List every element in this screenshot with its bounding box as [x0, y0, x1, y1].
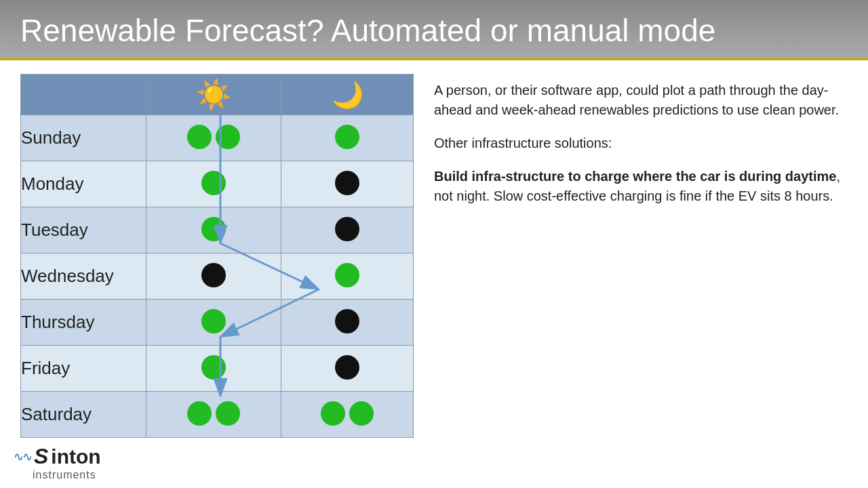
col-moon-header: 🌙: [281, 75, 414, 115]
main-content: ☀️ 🌙 SundayMondayTuesdayWednesdayThursda…: [0, 60, 868, 447]
page-title: Renewable Forecast? Automated or manual …: [20, 12, 715, 49]
sun-icon: ☀️: [196, 79, 231, 110]
green-dot: [201, 171, 226, 195]
day-cell: Sunday: [21, 115, 146, 161]
moon-dots-cell: [281, 161, 414, 207]
table-row: Monday: [21, 161, 414, 207]
black-dot: [335, 309, 359, 333]
logo-s: S: [34, 444, 48, 469]
sun-dots-cell: [146, 253, 281, 300]
text-paragraph-1: A person, or their software app, could p…: [434, 81, 848, 120]
black-dot: [335, 171, 359, 195]
table-row: Friday: [21, 346, 414, 392]
sun-dots-cell: [146, 300, 281, 346]
table-wrapper: ☀️ 🌙 SundayMondayTuesdayWednesdayThursda…: [20, 74, 414, 438]
table-row: Thursday: [21, 300, 414, 346]
moon-dots-cell: [281, 300, 414, 346]
logo-inton: inton: [51, 445, 100, 468]
day-cell: Tuesday: [21, 207, 146, 253]
sun-dots-cell: [146, 346, 281, 392]
text-paragraph-3: Build infra-structure to charge where th…: [434, 167, 848, 206]
green-dot: [187, 125, 212, 149]
day-cell: Thursday: [21, 300, 146, 346]
green-dot: [201, 309, 226, 333]
green-dot: [201, 217, 226, 241]
text-section: A person, or their software app, could p…: [434, 74, 848, 433]
moon-dots-cell: [281, 346, 414, 392]
table-header-row: ☀️ 🌙: [21, 75, 414, 115]
moon-dots-cell: [281, 115, 414, 161]
green-dot: [187, 401, 212, 426]
green-dot: [321, 401, 345, 426]
logo-wave-icon: ∿∿: [14, 449, 31, 464]
forecast-table-section: ☀️ 🌙 SundayMondayTuesdayWednesdayThursda…: [20, 74, 414, 433]
sun-dots-cell: [146, 161, 281, 207]
forecast-table: ☀️ 🌙 SundayMondayTuesdayWednesdayThursda…: [20, 74, 414, 438]
table-row: Saturday: [21, 392, 414, 438]
black-dot: [335, 355, 359, 380]
text-paragraph-2: Other infrastructure solutions:: [434, 134, 848, 153]
logo-line: ∿∿ S inton: [14, 444, 101, 469]
green-dot: [216, 125, 240, 149]
footer-logo: ∿∿ S inton instruments: [14, 444, 101, 481]
sun-dots-cell: [146, 207, 281, 253]
sun-dots-cell: [146, 392, 281, 438]
moon-icon: 🌙: [332, 81, 363, 109]
logo-instruments: instruments: [33, 469, 96, 481]
day-cell: Friday: [21, 346, 146, 392]
col-day-header: [21, 75, 146, 115]
green-dot: [216, 401, 240, 426]
header: Renewable Forecast? Automated or manual …: [0, 0, 868, 60]
green-dot: [201, 355, 226, 380]
day-cell: Wednesday: [21, 253, 146, 300]
moon-dots-cell: [281, 392, 414, 438]
black-dot: [201, 263, 226, 287]
green-dot: [335, 263, 359, 287]
day-cell: Saturday: [21, 392, 146, 438]
moon-dots-cell: [281, 207, 414, 253]
text-bold: Build infra-structure to charge where th…: [434, 169, 836, 184]
col-sun-header: ☀️: [146, 75, 281, 115]
moon-dots-cell: [281, 253, 414, 300]
green-dot: [335, 125, 359, 149]
table-row: Tuesday: [21, 207, 414, 253]
green-dot: [349, 401, 374, 426]
table-row: Wednesday: [21, 253, 414, 300]
day-cell: Monday: [21, 161, 146, 207]
table-row: Sunday: [21, 115, 414, 161]
black-dot: [335, 217, 359, 241]
sun-dots-cell: [146, 115, 281, 161]
